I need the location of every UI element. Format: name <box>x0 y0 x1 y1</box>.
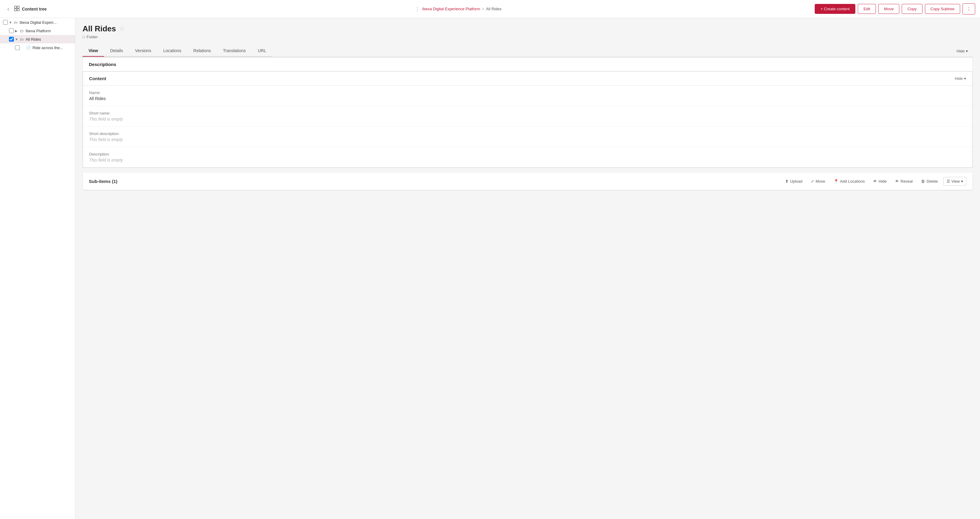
main-area: ▼ 🗁 Ibexa Digital Experi... ▶ 🗁 Ibexa Pl… <box>0 18 980 519</box>
tree-arrow-all-rides: ▼ <box>15 38 19 41</box>
add-locations-button[interactable]: 📍 Add Locations <box>830 177 868 185</box>
toolbar-actions: + Create content Edit Move Copy Copy Sub… <box>815 3 975 14</box>
back-button[interactable]: ‹ <box>5 4 12 14</box>
tab-versions[interactable]: Versions <box>129 45 157 57</box>
tree-item-label-ibexa-experi: Ibexa Digital Experi... <box>19 20 57 25</box>
subitems-hide-icon: 👁 <box>873 179 877 184</box>
tree-item-checkbox-ibexa-experi[interactable] <box>3 20 8 25</box>
descriptions-section-header: Descriptions <box>83 57 972 72</box>
tab-locations[interactable]: Locations <box>157 45 187 57</box>
add-locations-icon: 📍 <box>834 179 838 184</box>
subitems-move-button[interactable]: ⤢ Move <box>808 177 828 185</box>
field-short-description-value: This field is empty <box>89 137 966 142</box>
sidebar-menu-icon[interactable]: ⋮ <box>415 6 420 12</box>
copy-subtree-button[interactable]: Copy Subtree <box>925 4 961 14</box>
favorite-star-icon[interactable]: ☆ <box>119 25 125 33</box>
breadcrumb: Ibexa Digital Experience Platform > All … <box>422 6 813 11</box>
breadcrumb-separator: > <box>482 6 484 11</box>
upload-button[interactable]: ⬆ Upload <box>782 177 805 185</box>
tree-item-ibexa-experi[interactable]: ▼ 🗁 Ibexa Digital Experi... <box>0 18 75 27</box>
hide-dropdown[interactable]: Hide ▾ <box>952 46 973 56</box>
delete-icon: 🗑 <box>921 179 925 184</box>
tab-details[interactable]: Details <box>104 45 129 57</box>
delete-label: Delete <box>926 179 938 184</box>
svg-rect-0 <box>14 6 17 8</box>
create-content-button[interactable]: + Create content <box>815 4 855 14</box>
folder-icon-all-rides: 🗁 <box>20 37 24 42</box>
sidebar: ▼ 🗁 Ibexa Digital Experi... ▶ 🗁 Ibexa Pl… <box>0 18 75 519</box>
field-short-description: Short description: This field is empty <box>83 126 972 147</box>
more-actions-button[interactable]: ⋮ <box>963 3 975 14</box>
tree-arrow-ibexa-experi: ▼ <box>9 21 13 24</box>
svg-rect-2 <box>14 9 17 11</box>
copy-button[interactable]: Copy <box>902 4 922 14</box>
tree-item-checkbox-ride-across[interactable] <box>15 45 20 50</box>
view-label: View <box>951 179 960 184</box>
subitems-move-label: Move <box>816 179 825 184</box>
svg-rect-3 <box>17 9 19 11</box>
content-section-hide-button[interactable]: Hide ▾ <box>955 76 966 81</box>
tabs-container: View Details Versions Locations Relation… <box>83 45 973 57</box>
view-chevron-icon: ▾ <box>961 179 963 184</box>
tab-relations[interactable]: Relations <box>187 45 217 57</box>
reveal-icon: 👁 <box>895 179 899 184</box>
view-icon: ☰ <box>947 179 950 184</box>
reveal-button[interactable]: 👁 Reveal <box>892 177 916 185</box>
subitems-actions: ⬆ Upload ⤢ Move 📍 Add Locations 👁 <box>782 177 966 186</box>
subitems-hide-label: Hide <box>878 179 887 184</box>
tree-arrow-ibexa-platform: ▶ <box>15 29 19 32</box>
tree-item-all-rides[interactable]: ▼ 🗁 All Rides <box>0 35 75 43</box>
upload-icon: ⬆ <box>785 179 789 184</box>
field-description-label: Description: <box>89 152 966 156</box>
sidebar-title-label: Content tree <box>22 6 412 11</box>
move-button[interactable]: Move <box>878 4 899 14</box>
subitems-title: Sub-items (1) <box>89 179 118 184</box>
folder-icon-ibexa-experi: 🗁 <box>14 20 18 25</box>
delete-button[interactable]: 🗑 Delete <box>918 177 941 185</box>
add-locations-label: Add Locations <box>840 179 865 184</box>
doc-icon-ride-across: 📄 <box>26 46 31 50</box>
content-area: All Rides ☆ □ Folder View Details Versio… <box>75 18 980 519</box>
tree-item-label-ibexa-platform: Ibexa Platform <box>25 29 51 33</box>
tree-item-checkbox-all-rides[interactable] <box>9 37 14 42</box>
tab-view[interactable]: View <box>83 45 104 57</box>
content-section-title: Content <box>89 76 106 81</box>
breadcrumb-home-link[interactable]: Ibexa Digital Experience Platform <box>422 6 480 11</box>
folder-type-icon: □ <box>83 35 85 39</box>
tree-item-ride-across[interactable]: ▶ 📄 Ride across the... <box>0 43 75 52</box>
content-type-label: Folder <box>87 35 98 39</box>
content-subsection: Content Hide ▾ Name: All Rides Short nam… <box>83 72 972 168</box>
hide-chevron-icon: ▾ <box>966 49 968 53</box>
folder-icon-ibexa-platform: 🗁 <box>20 29 24 33</box>
breadcrumb-current: All Rides <box>486 6 501 11</box>
page-title: All Rides <box>83 24 116 34</box>
reveal-label: Reveal <box>900 179 913 184</box>
tab-translations[interactable]: Translations <box>217 45 252 57</box>
view-dropdown-button[interactable]: ☰ View ▾ <box>943 177 966 186</box>
field-name-label: Name: <box>89 90 966 95</box>
tab-url[interactable]: URL <box>252 45 272 57</box>
descriptions-section-title: Descriptions <box>89 62 116 67</box>
tree-item-ibexa-platform[interactable]: ▶ 🗁 Ibexa Platform <box>0 27 75 35</box>
content-type-badge: □ Folder <box>83 35 973 39</box>
subitems-bar: Sub-items (1) ⬆ Upload ⤢ Move 📍 Add Loc <box>83 173 973 190</box>
tabs-list: View Details Versions Locations Relation… <box>83 45 272 57</box>
field-name: Name: All Rides <box>83 86 972 106</box>
field-name-value: All Rides <box>89 96 966 101</box>
field-short-name: Short name: This field is empty <box>83 106 972 126</box>
content-tree-icon <box>14 6 19 12</box>
app-layout: ‹ Content tree ⋮ Ibexa Digital Experienc… <box>0 0 980 519</box>
content-hide-chevron-icon: ▾ <box>964 76 966 81</box>
field-description: Description: This field is empty <box>83 147 972 167</box>
svg-rect-1 <box>17 6 19 8</box>
field-short-description-label: Short description: <box>89 131 966 136</box>
upload-label: Upload <box>790 179 802 184</box>
descriptions-section: Descriptions Content Hide ▾ Name: All Ri… <box>83 57 973 168</box>
edit-button[interactable]: Edit <box>858 4 876 14</box>
content-section-header: Content Hide ▾ <box>83 72 972 86</box>
hide-label: Hide <box>956 49 965 53</box>
subitems-header: Sub-items (1) ⬆ Upload ⤢ Move 📍 Add Loc <box>83 173 972 190</box>
page-header: All Rides ☆ <box>83 24 973 34</box>
subitems-hide-button[interactable]: 👁 Hide <box>870 177 890 185</box>
tree-item-checkbox-ibexa-platform[interactable] <box>9 28 14 33</box>
